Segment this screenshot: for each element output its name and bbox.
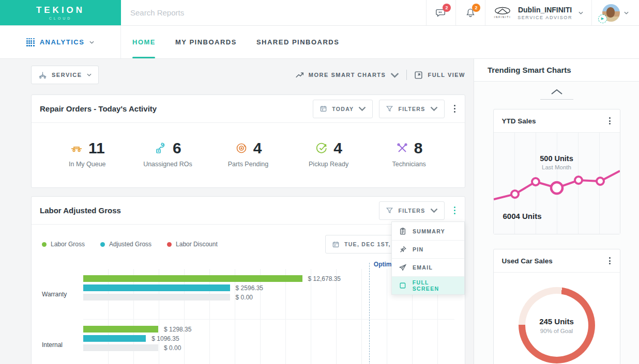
send-icon [399,264,406,271]
user-menu[interactable]: ▶ [591,0,639,25]
repair-orders-header: Repair Orders - Today's Activity TODAY F… [32,95,465,123]
collapse-panel-button[interactable] [474,89,639,100]
card-menu-button[interactable] [453,103,457,115]
bar-adjusted-gross[interactable] [83,335,146,342]
tab-shared-pinboards[interactable]: SHARED PINBOARDS [256,26,340,58]
labor-card-header: Labor Adjusted Gross FILTERS [32,197,465,225]
menu-item-email[interactable]: EMAIL [392,258,464,276]
card-menu-button[interactable] [608,115,612,126]
sidebar-header: Trending Smart Charts [474,59,639,82]
category-label: Internal [42,320,83,364]
tab-bar: HOME MY PINBOARDS SHARED PINBOARDS [132,26,339,58]
start-value-label: 6004 Units [503,212,542,220]
stat-pickup-ready[interactable]: 4 Pickup Ready [288,139,369,168]
chevron-down-icon [624,11,629,14]
labor-adjusted-gross-card: Labor Adjusted Gross FILTERS SUMMAR [31,196,465,364]
chevron-up-icon [551,89,563,95]
calendar-icon [320,105,327,113]
car-lift-icon [38,71,47,80]
chevron-down-icon [390,71,399,80]
ytd-line-chart[interactable]: 500 Units Last Month 6004 Units [494,133,620,234]
dealer-name: Dublin_INFINITI [518,6,572,14]
bar-value: $ 0.00 [164,344,181,352]
donut-center-label: 245 Units 90% of Goal [539,317,574,334]
used-car-sales-header: Used Car Sales [494,249,620,273]
dealer-selector[interactable]: INFINITI Dublin_INFINITI SERVICE ADVISOR [485,0,591,25]
open-window-icon [414,71,423,80]
status-play-badge: ▶ [598,14,607,23]
logo-text: TEKION [36,5,85,15]
apps-grid-icon [26,38,35,46]
search-bar [121,0,426,25]
creeper-icon [70,141,83,155]
stat-technicians[interactable]: 8 Technicians [369,139,449,168]
legend-labor-gross[interactable]: Labor Gross [42,241,85,248]
stat-unassigned-ros[interactable]: 6 Unassigned ROs [128,139,208,168]
legend-labor-discount[interactable]: Labor Discount [167,241,218,248]
optimal-threshold-line [369,263,370,364]
goal-donut-chart[interactable]: 245 Units 90% of Goal [519,287,595,363]
bar-value: $ 12,678.35 [308,275,341,282]
module-label: ANALYTICS [40,38,85,46]
stat-parts-pending[interactable]: 4 Parts Pending [208,139,288,168]
tab-my-pinboards[interactable]: MY PINBOARDS [175,26,237,58]
check-circle-icon [315,141,328,155]
page-toolbar: SERVICE MORE SMART CHARTS FULL VIEW [31,66,465,84]
search-input[interactable] [130,8,397,17]
pin-icon [399,246,406,253]
card-menu-button[interactable] [608,255,612,266]
filters-dropdown[interactable]: FILTERS [379,100,444,118]
bar-labor-gross[interactable] [83,275,302,282]
bar-adjusted-gross[interactable] [83,284,230,291]
department-filter-service[interactable]: SERVICE [31,66,99,84]
nav-bar: ANALYTICS HOME MY PINBOARDS SHARED PINBO… [0,26,639,59]
wrench-icon [154,141,168,155]
card-context-menu: SUMMARY PIN EMAIL FULL SCREEN [391,221,465,295]
infiniti-logo: INFINITI [494,7,511,19]
dealer-meta: Dublin_INFINITI SERVICE ADVISOR [518,6,572,20]
legend-adjusted-gross[interactable]: Adjusted Gross [100,241,151,248]
chevron-down-icon [579,11,583,14]
clipboard-icon [399,228,406,235]
card-menu-button-active[interactable] [453,204,457,217]
chevron-down-icon [430,207,438,214]
filters-dropdown[interactable]: FILTERS [379,201,444,220]
funnel-icon [386,105,393,113]
dealer-role: SERVICE ADVISOR [518,15,572,20]
bar-value: $ 1298.35 [164,326,191,333]
menu-item-full-screen[interactable]: FULL SCREEN [392,276,464,294]
crossed-tools-icon [395,141,409,155]
divider [406,70,407,80]
chevron-down-icon [89,41,94,44]
content-area: SERVICE MORE SMART CHARTS FULL VIEW [0,59,639,364]
category-axis: Warranty Internal [42,269,83,364]
full-view-button[interactable]: FULL VIEW [414,71,465,80]
ytd-sales-header: YTD Sales [494,109,620,133]
menu-item-summary[interactable]: SUMMARY [392,222,464,240]
sidebar-title: Trending Smart Charts [488,66,571,74]
brake-disc-icon [235,141,248,155]
messages-button[interactable]: 2 [426,0,455,25]
donut-chart-wrap: 245 Units 90% of Goal [494,273,620,364]
tab-home[interactable]: HOME [132,26,156,58]
today-dropdown[interactable]: TODAY [313,100,373,118]
stat-in-my-queue[interactable]: 11 In My Queue [47,139,128,168]
module-switcher-analytics[interactable]: ANALYTICS [0,26,121,58]
category-label: Warranty [42,269,83,320]
top-bar: TEKION CLOUD 2 2 INFINITI Dublin_INFINIT… [0,0,639,26]
calendar-icon [332,241,340,248]
main-panel: SERVICE MORE SMART CHARTS FULL VIEW [0,59,474,364]
bar-labor-discount[interactable] [83,344,158,351]
notifications-badge: 2 [472,4,480,12]
notifications-button[interactable]: 2 [455,0,485,25]
repair-orders-card: Repair Orders - Today's Activity TODAY F… [31,94,465,188]
messages-badge: 2 [443,4,451,12]
bar-labor-discount[interactable] [83,294,230,300]
bar-value: $ 0.00 [236,294,253,301]
logo-subtext: CLOUD [49,17,72,20]
menu-item-pin[interactable]: PIN [392,240,464,258]
bar-value: $ 2596.35 [236,284,263,292]
bar-labor-gross[interactable] [83,326,158,333]
more-smart-charts-button[interactable]: MORE SMART CHARTS [295,71,400,80]
tekion-logo[interactable]: TEKION CLOUD [0,0,121,25]
